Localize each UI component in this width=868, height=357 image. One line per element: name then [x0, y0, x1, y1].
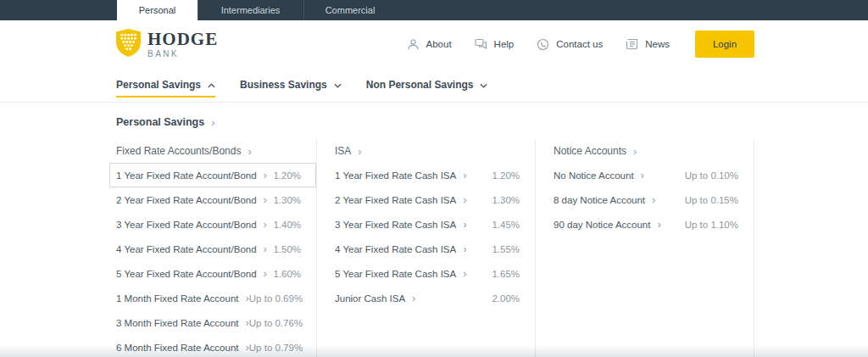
menu-item-5-year-fixed-rate-account-bond[interactable]: 5 Year Fixed Rate Account/Bond › 1.60% [109, 261, 316, 286]
menu-item-2-year-fixed-rate-account-bond[interactable]: 2 Year Fixed Rate Account/Bond › 1.30% [109, 187, 316, 212]
menu-item-rate: Up to 1.10% [685, 220, 738, 230]
nav-news[interactable]: News [626, 38, 670, 50]
chevron-right-icon: › [358, 146, 361, 157]
menu-item-label: 1 Year Fixed Rate Cash ISA [335, 170, 456, 181]
nav-about[interactable]: About [407, 38, 452, 51]
news-icon [626, 38, 638, 50]
tab-intermediaries[interactable]: Intermediaries [198, 0, 303, 20]
menu-item-4-year-fixed-rate-cash-isa[interactable]: 4 Year Fixed Rate Cash ISA › 1.55% [328, 237, 535, 261]
chevron-down-icon [334, 79, 342, 91]
column-heading-label: Notice Accounts [554, 145, 626, 157]
menu-item-rate: Up to 0.69% [249, 293, 303, 304]
menu-item-rate: 1.55% [492, 244, 520, 254]
menu-item-6-month-fixed-rate-account[interactable]: 6 Month Fixed Rate Account › Up to 0.79% [109, 335, 316, 357]
nav-news-label: News [645, 39, 670, 49]
menu-item-label: 1 Month Fixed Rate Account [116, 293, 238, 304]
menu-item-4-year-fixed-rate-account-bond[interactable]: 4 Year Fixed Rate Account/Bond › 1.50% [109, 237, 316, 261]
header-row: HODGE BANK About Help [0, 20, 868, 68]
menu-item-rate: 1.30% [273, 195, 301, 205]
menu-item-3-month-fixed-rate-account[interactable]: 3 Month Fixed Rate Account › Up to 0.76% [109, 310, 316, 335]
subnav-business-savings[interactable]: Business Savings [240, 68, 342, 102]
tab-personal[interactable]: Personal [117, 0, 198, 20]
tab-commercial[interactable]: Commercial [303, 0, 397, 20]
column-heading[interactable]: Fixed Rate Accounts/Bonds › [116, 139, 316, 163]
logo-name: HODGE [147, 31, 218, 48]
menu-item-rate: 1.30% [492, 195, 520, 205]
column-divider [754, 139, 754, 357]
chevron-right-icon: › [463, 219, 466, 230]
menu-item-rate: 1.65% [492, 269, 520, 279]
menu-item-label: No Notice Account [554, 170, 634, 181]
personal-savings-mega-menu: Personal Savings › Fixed Rate Accounts/B… [0, 103, 868, 357]
secondary-nav: Personal Savings Business Savings Non Pe… [0, 68, 868, 102]
top-tab-bar: Personal Intermediaries Commercial [0, 0, 868, 20]
menu-item-label: Junior Cash ISA [335, 293, 405, 304]
menu-column-notice-accounts: Notice Accounts › No Notice Account › Up… [554, 139, 754, 357]
menu-item-1-year-fixed-rate-cash-isa[interactable]: 1 Year Fixed Rate Cash ISA › 1.20% [328, 163, 535, 187]
menu-item-junior-cash-isa[interactable]: Junior Cash ISA › 2.00% [328, 286, 535, 310]
nav-contact-us-label: Contact us [556, 39, 603, 49]
menu-item-5-year-fixed-rate-cash-isa[interactable]: 5 Year Fixed Rate Cash ISA › 1.65% [328, 261, 535, 286]
column-divider [316, 139, 317, 357]
menu-item-2-year-fixed-rate-cash-isa[interactable]: 2 Year Fixed Rate Cash ISA › 1.30% [328, 187, 535, 212]
menu-item-rate: 1.40% [273, 220, 301, 230]
menu-item-rate: 1.20% [492, 170, 520, 181]
menu-item-rate: 1.45% [492, 220, 520, 230]
subnav-business-savings-label: Business Savings [240, 79, 327, 91]
menu-item-label: 4 Year Fixed Rate Account/Bond [116, 244, 257, 254]
menu-item-label: 8 day Notice Account [554, 195, 645, 205]
menu-item-3-year-fixed-rate-cash-isa[interactable]: 3 Year Fixed Rate Cash ISA › 1.45% [328, 212, 535, 237]
subnav-non-personal-savings[interactable]: Non Personal Savings [366, 68, 488, 102]
column-heading-label: ISA [335, 145, 351, 157]
column-heading[interactable]: ISA › [335, 139, 535, 163]
menu-item-label: 1 Year Fixed Rate Account/Bond [116, 170, 257, 181]
menu-item-label: 2 Year Fixed Rate Cash ISA [335, 195, 456, 205]
menu-item-rate: Up to 0.10% [685, 170, 738, 181]
column-heading[interactable]: Notice Accounts › [554, 139, 754, 163]
tab-commercial-label: Commercial [326, 5, 376, 15]
chevron-right-icon: › [463, 170, 466, 181]
menu-item-rate: Up to 0.15% [685, 195, 738, 205]
login-button[interactable]: Login [695, 31, 754, 58]
menu-item-rate: 1.60% [273, 269, 301, 279]
menu-item-label: 5 Year Fixed Rate Account/Bond [116, 269, 257, 279]
mega-menu-title-label: Personal Savings [116, 116, 204, 129]
menu-item-label: 4 Year Fixed Rate Cash ISA [335, 244, 456, 254]
column-divider [535, 139, 536, 357]
tab-personal-label: Personal [139, 5, 175, 15]
shield-logo-icon [116, 29, 141, 60]
logo-subtitle: BANK [147, 50, 218, 59]
chevron-right-icon: › [264, 219, 267, 230]
column-heading-label: Fixed Rate Accounts/Bonds [116, 145, 241, 157]
menu-item-8-day-notice-account[interactable]: 8 day Notice Account › Up to 0.15% [547, 187, 754, 212]
menu-item-90-day-notice-account[interactable]: 90 day Notice Account › Up to 1.10% [547, 212, 754, 237]
chevron-up-icon [208, 79, 215, 91]
nav-contact-us[interactable]: Contact us [537, 38, 603, 51]
chevron-right-icon: › [264, 268, 267, 279]
menu-column-isa: ISA › 1 Year Fixed Rate Cash ISA › 1.20%… [335, 139, 535, 357]
chevron-right-icon: › [633, 146, 637, 157]
nav-about-label: About [426, 39, 452, 49]
nav-help[interactable]: Help [475, 38, 515, 51]
menu-item-label: 5 Year Fixed Rate Cash ISA [335, 269, 456, 279]
subnav-personal-savings-label: Personal Savings [116, 79, 201, 91]
chevron-right-icon: › [652, 194, 655, 205]
chevron-right-icon: › [463, 194, 466, 205]
chevron-right-icon: › [463, 243, 466, 254]
chat-icon [475, 38, 487, 51]
menu-item-no-notice-account[interactable]: No Notice Account › Up to 0.10% [547, 163, 754, 187]
menu-item-3-year-fixed-rate-account-bond[interactable]: 3 Year Fixed Rate Account/Bond › 1.40% [109, 212, 316, 237]
subnav-non-personal-savings-label: Non Personal Savings [366, 79, 474, 91]
menu-item-label: 90 day Notice Account [554, 220, 650, 230]
hodge-logo[interactable]: HODGE BANK [116, 29, 218, 60]
mega-menu-title-link[interactable]: Personal Savings › [0, 103, 215, 129]
subnav-personal-savings[interactable]: Personal Savings [116, 68, 215, 102]
menu-item-rate: Up to 0.76% [249, 318, 303, 328]
chevron-right-icon: › [412, 293, 415, 304]
chevron-right-icon: › [463, 268, 466, 279]
menu-item-rate: 1.20% [273, 170, 301, 181]
menu-item-1-month-fixed-rate-account[interactable]: 1 Month Fixed Rate Account › Up to 0.69% [109, 286, 316, 310]
menu-item-rate: 2.00% [492, 293, 520, 304]
menu-item-1-year-fixed-rate-account-bond[interactable]: 1 Year Fixed Rate Account/Bond › 1.20% [109, 163, 316, 187]
user-icon [407, 38, 420, 51]
